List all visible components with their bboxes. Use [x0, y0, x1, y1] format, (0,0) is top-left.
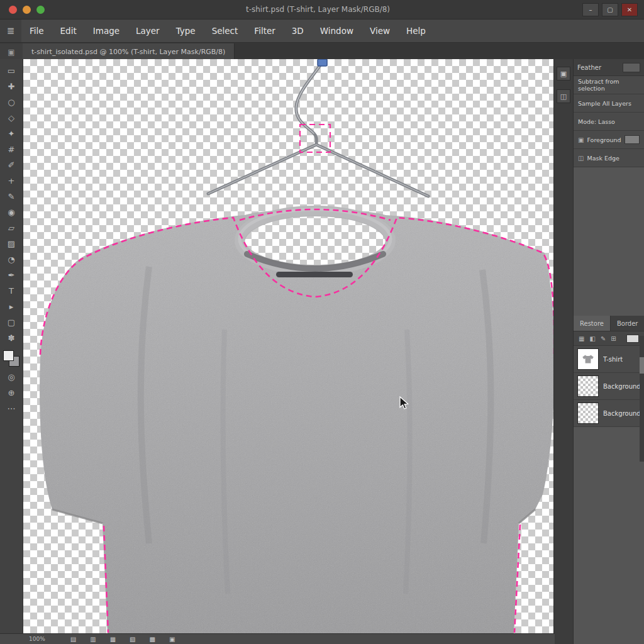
- panel-scrollbar-thumb[interactable]: [640, 357, 644, 374]
- zoom-tool[interactable]: ◎: [2, 369, 21, 385]
- document-tab-bar: ▣ t-shirt_isolated.psd @ 100% (T-shirt, …: [0, 43, 644, 61]
- options-panel-header: Feather: [574, 59, 644, 76]
- menu-view[interactable]: View: [362, 19, 398, 42]
- foreground-color-swatch[interactable]: [3, 350, 14, 361]
- photoshop-window: { "window": { "title": "t-shirt.psd (T-s…: [0, 0, 644, 644]
- hanger: [208, 59, 428, 196]
- eyedropper-tool[interactable]: ✐: [2, 157, 21, 173]
- tshirt-layer-thumbnail[interactable]: [577, 348, 599, 370]
- canvas-artwork: [23, 59, 553, 634]
- status-icons: ▤ ▥ ▦ ▧ ▩ ▣: [52, 636, 175, 643]
- layer-name: Background: [603, 410, 640, 417]
- tools-panel: ▭ ✚ ○ ◇ ✦ # ✐ + ✎ ◉ ▱ ▨ ◔ ✒ T ▸ ▢ ✽ ◎ ⊕ …: [0, 59, 23, 644]
- menu-edit[interactable]: Edit: [52, 19, 85, 42]
- panel-toggle-icon[interactable]: ▣: [0, 43, 23, 60]
- zoom-traffic-button[interactable]: [36, 6, 45, 14]
- mode-lasso-option[interactable]: Mode: Lasso: [574, 113, 644, 131]
- rotate-view-tool[interactable]: ⊕: [2, 385, 21, 401]
- layer-row-tshirt[interactable]: T-shirt: [574, 346, 644, 373]
- minimize-traffic-button[interactable]: [23, 6, 31, 14]
- doc-size-icon[interactable]: ▤: [70, 636, 76, 643]
- quick-selection-tool[interactable]: ✦: [2, 126, 21, 142]
- right-panel: Feather Subtract from selection Sample A…: [573, 59, 644, 644]
- menu-3d[interactable]: 3D: [284, 19, 312, 42]
- title-bar: t-shirt.psd (T-shirt, Layer Mask/RGB/8) …: [0, 0, 644, 19]
- doc-dimensions-icon[interactable]: ▦: [110, 636, 116, 643]
- main-area: ▭ ✚ ○ ◇ ✦ # ✐ + ✎ ◉ ▱ ▨ ◔ ✒ T ▸ ▢ ✽ ◎ ⊕ …: [0, 59, 644, 644]
- fill-lock-icon[interactable]: ⊞: [611, 335, 616, 342]
- color-swatches[interactable]: [3, 350, 19, 367]
- foreground-label: Foreground: [587, 136, 621, 143]
- menu-image[interactable]: Image: [85, 19, 128, 42]
- menu-layer[interactable]: Layer: [128, 19, 168, 42]
- lasso-tool[interactable]: ○: [2, 94, 21, 110]
- layers-panel-tabs: Restore Border: [574, 316, 644, 331]
- doc-profile-icon[interactable]: ▥: [90, 636, 96, 643]
- background-layer-thumbnail[interactable]: [577, 402, 599, 424]
- tab-border[interactable]: Border: [611, 316, 644, 331]
- zoom-level[interactable]: 100%: [0, 636, 52, 642]
- edit-toolbar-button[interactable]: ⋯: [2, 401, 21, 416]
- layer-row-background-1[interactable]: Background: [574, 373, 644, 400]
- sample-all-layers-label: Sample All Layers: [578, 100, 631, 107]
- type-tool[interactable]: T: [2, 283, 21, 299]
- background-layer-thumbnail[interactable]: [577, 375, 599, 397]
- collapsed-panels-gutter: ▣ ◫: [553, 59, 573, 644]
- options-dropdown[interactable]: [623, 63, 640, 72]
- sample-all-layers-option[interactable]: Sample All Layers: [574, 94, 644, 113]
- menu-file[interactable]: File: [21, 19, 52, 42]
- healing-brush-tool[interactable]: +: [2, 173, 21, 189]
- efficiency-icon[interactable]: ▩: [150, 636, 155, 643]
- close-traffic-button[interactable]: [9, 6, 17, 14]
- document-tab[interactable]: t-shirt_isolated.psd @ 100% (T-shirt, La…: [23, 43, 235, 60]
- subtract-from-selection-label: Subtract from selection: [578, 78, 640, 92]
- filter-type-icon[interactable]: ▦: [579, 335, 584, 342]
- properties-panel-icon[interactable]: ◫: [557, 89, 570, 103]
- blur-tool[interactable]: ◔: [2, 252, 21, 267]
- menu-type[interactable]: Type: [168, 19, 204, 42]
- panel-bottom-spacer: [574, 427, 644, 644]
- pen-tool[interactable]: ✒: [2, 267, 21, 283]
- opacity-field[interactable]: [626, 335, 639, 343]
- panel-scrollbar[interactable]: [640, 336, 644, 462]
- brush-lock-icon[interactable]: ✎: [601, 335, 606, 342]
- menu-window[interactable]: Window: [312, 19, 362, 42]
- lock-icon[interactable]: ◧: [589, 335, 595, 342]
- mask-edge-icon: ◫: [578, 155, 584, 162]
- layer-name: Background: [603, 383, 640, 390]
- gradient-tool[interactable]: ▨: [2, 236, 21, 252]
- mask-edge-option[interactable]: ◫ Mask Edge: [574, 149, 644, 167]
- clone-stamp-tool[interactable]: ◉: [2, 204, 21, 220]
- current-tool-icon[interactable]: ▣: [169, 636, 175, 643]
- minimize-button[interactable]: –: [582, 3, 599, 16]
- tshirt-thumbnail-icon: [581, 352, 595, 366]
- polygonal-lasso-tool[interactable]: ◇: [2, 110, 21, 126]
- hamburger-menu-icon[interactable]: ≣: [0, 19, 21, 42]
- subtract-from-selection-option[interactable]: Subtract from selection: [574, 76, 644, 94]
- canvas[interactable]: [23, 59, 553, 644]
- rectangular-marquee-tool[interactable]: ▭: [2, 63, 21, 79]
- rectangle-tool[interactable]: ▢: [2, 314, 21, 330]
- menu-bar: ≣ File Edit Image Layer Type Select Filt…: [0, 19, 644, 43]
- foreground-swatch[interactable]: [625, 135, 640, 144]
- path-selection-tool[interactable]: ▸: [2, 299, 21, 314]
- window-title: t-shirt.psd (T-shirt, Layer Mask/RGB/8): [53, 5, 582, 14]
- move-tool[interactable]: ✚: [2, 79, 21, 94]
- layers-filter-bar: ▦ ◧ ✎ ⊞: [574, 331, 644, 346]
- menu-select[interactable]: Select: [204, 19, 247, 42]
- maximize-button[interactable]: ▢: [602, 3, 618, 16]
- layer-row-background-2[interactable]: Background: [574, 400, 644, 427]
- mask-edge-label: Mask Edge: [587, 155, 619, 162]
- menu-help[interactable]: Help: [398, 19, 434, 42]
- hanger-handle: [318, 59, 327, 66]
- eraser-tool[interactable]: ▱: [2, 220, 21, 236]
- history-panel-icon[interactable]: ▣: [557, 67, 570, 80]
- crop-tool[interactable]: #: [2, 142, 21, 157]
- hand-tool[interactable]: ✽: [2, 330, 21, 346]
- brush-tool[interactable]: ✎: [2, 189, 21, 204]
- close-button[interactable]: ✕: [621, 3, 638, 16]
- scratch-sizes-icon[interactable]: ▧: [130, 636, 135, 643]
- menu-filter[interactable]: Filter: [246, 19, 283, 42]
- tab-restore[interactable]: Restore: [574, 316, 611, 331]
- foreground-option[interactable]: ▣ Foreground: [574, 131, 644, 149]
